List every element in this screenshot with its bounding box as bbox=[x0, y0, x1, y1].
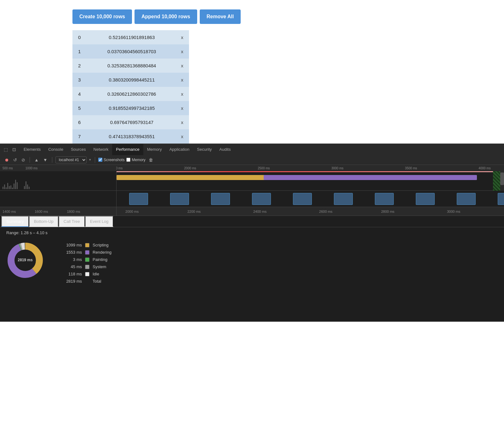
tab-audits[interactable]: Audits bbox=[215, 144, 234, 155]
timeline-overview bbox=[0, 171, 504, 191]
legend-item: 1099 msScripting bbox=[63, 243, 112, 247]
row-id: 2 bbox=[72, 59, 88, 73]
tab-network[interactable]: Network bbox=[90, 144, 112, 155]
timeline-left-panel bbox=[0, 171, 117, 190]
memory-checkbox[interactable] bbox=[126, 158, 130, 162]
table-row: 00.5216611901891863x bbox=[72, 30, 189, 44]
tab-security[interactable]: Security bbox=[193, 144, 215, 155]
analysis-tab-summary[interactable]: Summary bbox=[1, 216, 29, 227]
wave-bar bbox=[7, 183, 8, 189]
screenshots-checkbox[interactable] bbox=[98, 158, 102, 162]
legend-label: Idle bbox=[93, 272, 99, 276]
wave-bar bbox=[17, 182, 18, 189]
tab-elements[interactable]: Elements bbox=[20, 144, 44, 155]
wave-right bbox=[24, 177, 30, 189]
timeline-mini-waves bbox=[3, 177, 18, 189]
analysis-tab-call-tree[interactable]: Call Tree bbox=[59, 216, 85, 227]
row-delete[interactable]: x bbox=[175, 59, 189, 73]
thumbnails-right bbox=[117, 191, 504, 207]
legend-color-box bbox=[85, 279, 89, 284]
toolbar-separator-2 bbox=[52, 157, 52, 163]
row-delete[interactable]: x bbox=[175, 73, 189, 87]
wave-bar bbox=[6, 187, 7, 189]
tab-application[interactable]: Application bbox=[166, 144, 193, 155]
row-delete[interactable]: x bbox=[175, 115, 189, 129]
table-row: 40.32606212860302786x bbox=[72, 87, 189, 101]
row-id: 4 bbox=[72, 87, 88, 101]
devtools-tab-icons: ⬚ ⊡ bbox=[3, 146, 17, 153]
thumbnail-2 bbox=[170, 193, 189, 205]
scrollbar-thumb[interactable] bbox=[500, 172, 504, 185]
row-value: 0.3803200998445211 bbox=[88, 73, 175, 87]
thumbnails-left bbox=[0, 191, 117, 207]
append-button[interactable]: Append 10,000 rows bbox=[135, 9, 197, 24]
download-icon[interactable]: ▼ bbox=[42, 157, 49, 163]
tab-memory[interactable]: Memory bbox=[143, 144, 166, 155]
wave-bar bbox=[24, 186, 25, 189]
location-select[interactable]: localhost #1 bbox=[55, 156, 87, 163]
donut-chart: 2819 ms bbox=[6, 241, 44, 279]
table-row: 50.9185524997342185x bbox=[72, 101, 189, 115]
legend-item: 45 msSystem bbox=[63, 264, 112, 269]
clear-icon[interactable]: ⊘ bbox=[20, 157, 26, 163]
refresh-record-icon[interactable]: ↺ bbox=[12, 157, 18, 163]
thumbnail-1 bbox=[129, 193, 148, 205]
screenshots-checkbox-label[interactable]: Screenshots bbox=[98, 158, 125, 162]
wave-bar bbox=[10, 185, 11, 189]
row-value: 0.4741318378943551 bbox=[88, 129, 175, 144]
remove-button[interactable]: Remove All bbox=[200, 9, 241, 24]
row-delete[interactable]: x bbox=[175, 87, 189, 101]
wave-bar bbox=[27, 184, 28, 189]
legend-color-box bbox=[85, 250, 89, 255]
row-delete[interactable]: x bbox=[175, 129, 189, 144]
legend-ms: 1553 ms bbox=[63, 250, 82, 255]
thumbnails-row bbox=[0, 191, 504, 207]
devtools-panel: ⬚ ⊡ Elements Console Sources Network Per… bbox=[0, 144, 504, 322]
row-delete[interactable]: x bbox=[175, 30, 189, 44]
thumbnail-5 bbox=[293, 193, 312, 205]
toolbar-separator-3 bbox=[95, 157, 95, 163]
row-value: 0.32538281368880484 bbox=[88, 59, 175, 73]
tab-sources[interactable]: Sources bbox=[67, 144, 90, 155]
legend-item: 118 msIdle bbox=[63, 272, 112, 276]
legend-item: 2819 msTotal bbox=[63, 279, 112, 284]
row-delete[interactable]: x bbox=[175, 44, 189, 59]
upload-icon[interactable]: ▲ bbox=[33, 157, 40, 163]
create-button[interactable]: Create 10,000 rows bbox=[72, 9, 132, 24]
thumbnail-7 bbox=[375, 193, 394, 205]
inspect-icon[interactable]: ⬚ bbox=[3, 146, 9, 153]
ruler-bottom-left: 1400 ms 1600 ms 1800 ms bbox=[0, 207, 117, 216]
ruler-top-left: 500 ms 1000 ms bbox=[0, 167, 117, 170]
row-id: 3 bbox=[72, 73, 88, 87]
thumbnail-9 bbox=[457, 193, 476, 205]
wave-bar bbox=[4, 184, 5, 189]
table-row: 20.32538281368880484x bbox=[72, 59, 189, 73]
tab-console[interactable]: Console bbox=[44, 144, 67, 155]
timeline-mini-waves-2 bbox=[24, 177, 30, 189]
wave-bar bbox=[15, 180, 16, 189]
analysis-tab-bottom-up[interactable]: Bottom-Up bbox=[29, 216, 59, 227]
row-id: 7 bbox=[72, 129, 88, 144]
devtools-tab-bar: ⬚ ⊡ Elements Console Sources Network Per… bbox=[0, 144, 504, 155]
scrollbar-vertical[interactable] bbox=[500, 171, 504, 191]
responsive-icon[interactable]: ⊡ bbox=[11, 146, 17, 153]
tab-performance[interactable]: Performance bbox=[112, 144, 143, 155]
record-icon[interactable]: ⏺ bbox=[3, 157, 10, 163]
legend-color-box bbox=[85, 243, 89, 247]
range-indicator bbox=[117, 171, 504, 172]
wave-bar bbox=[3, 187, 3, 189]
row-id: 1 bbox=[72, 44, 88, 59]
row-delete[interactable]: x bbox=[175, 101, 189, 115]
wave-bar bbox=[26, 181, 26, 189]
timeline-ruler-bottom: 1400 ms 1600 ms 1800 ms 2000 ms 2200 ms … bbox=[0, 207, 504, 216]
wave-bar bbox=[29, 187, 30, 189]
donut-label: 2819 ms bbox=[18, 258, 32, 263]
legend-ms: 118 ms bbox=[63, 272, 82, 276]
legend-item: 1553 msRendering bbox=[63, 250, 112, 255]
trash-icon[interactable]: 🗑 bbox=[147, 157, 154, 163]
summary-content: 2819 ms 1099 msScripting1553 msRendering… bbox=[6, 241, 498, 284]
analysis-tab-event-log[interactable]: Event Log bbox=[85, 216, 114, 227]
memory-checkbox-label[interactable]: Memory bbox=[126, 158, 145, 162]
legend-label: Total bbox=[93, 279, 101, 284]
row-id: 0 bbox=[72, 30, 88, 44]
